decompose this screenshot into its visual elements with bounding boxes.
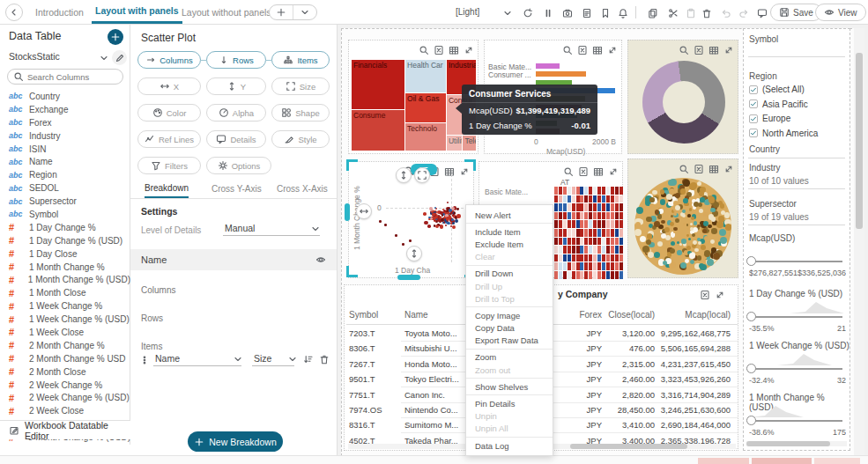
heatmap-cell[interactable] (563, 229, 567, 237)
theme-selector[interactable]: [Light] (456, 7, 479, 17)
scatter-point[interactable] (384, 224, 387, 226)
items-shelf-button[interactable]: Items (271, 51, 330, 69)
heatmap-cell[interactable] (619, 229, 623, 237)
table-cell[interactable]: 28,450.00 (606, 405, 655, 415)
table-cell[interactable]: 7751.T (349, 390, 402, 400)
heatmap-cell[interactable] (576, 262, 580, 270)
heatmap-cells[interactable] (554, 187, 623, 278)
heatmap-cell[interactable] (572, 203, 575, 211)
heatmap-cell[interactable] (572, 238, 575, 246)
heatmap-cell[interactable] (572, 212, 575, 220)
heatmap-cell[interactable] (606, 262, 610, 270)
bubble-point[interactable] (670, 248, 675, 254)
back-button[interactable] (5, 4, 23, 21)
bubble-point[interactable] (689, 208, 693, 211)
table-cell[interactable]: Nintendo Co... (404, 405, 464, 415)
treemap-panel[interactable]: FinancialsConsumeHealth CarOil & GasTech… (348, 40, 479, 154)
heatmap-cell[interactable] (597, 271, 601, 279)
table-cell[interactable]: 2,315.00 (606, 359, 655, 369)
menu-item-data-log[interactable]: Data Log (466, 439, 553, 452)
heatmap-cell[interactable] (580, 246, 583, 254)
checkbox[interactable] (749, 85, 758, 94)
heatmap-cell[interactable] (563, 203, 567, 211)
heatmap-cell[interactable] (580, 195, 583, 203)
bubble-point[interactable] (666, 194, 672, 200)
selection-handle-left[interactable] (345, 203, 350, 221)
region-option-europe[interactable]: Europe (749, 114, 790, 123)
selection-corner[interactable] (464, 159, 476, 171)
bubble-point[interactable] (671, 233, 675, 238)
bubble-point[interactable] (647, 233, 652, 239)
supersector-filter-label[interactable]: Supersector (749, 199, 797, 209)
heatmap-cell[interactable] (584, 203, 588, 211)
x-axis-button[interactable]: X (137, 77, 201, 95)
bubble-point[interactable] (710, 208, 715, 212)
table-view-icon[interactable] (448, 44, 459, 55)
treemap-cell[interactable]: Technolo (405, 123, 446, 151)
table-cell[interactable]: JPY (556, 451, 602, 452)
zoom-icon[interactable] (562, 166, 574, 177)
heatmap-cell[interactable] (572, 246, 575, 254)
heatmap-cell[interactable] (611, 203, 614, 211)
search-columns-input[interactable] (27, 72, 111, 82)
bubble-point[interactable] (694, 248, 699, 253)
bubble-point[interactable] (670, 222, 674, 226)
bar[interactable] (536, 71, 586, 77)
bubble-point[interactable] (690, 223, 693, 225)
table-cell[interactable]: 476.00 (606, 343, 655, 353)
heatmap-cell[interactable] (559, 220, 562, 228)
bubble-point[interactable] (691, 217, 694, 220)
heatmap-cell[interactable] (619, 220, 623, 228)
heatmap-cell[interactable] (611, 195, 614, 203)
bubble-point[interactable] (649, 197, 655, 203)
heatmap-cell[interactable] (568, 203, 571, 211)
datatable-column[interactable]: abcCountry (0, 90, 130, 103)
heatmap-cell[interactable] (580, 262, 583, 270)
heatmap-cell[interactable] (602, 229, 605, 237)
lod-dropdown-icon[interactable] (310, 224, 321, 234)
heatmap-cell[interactable] (597, 254, 601, 262)
tab-layout-without-panels[interactable]: Layout without panels (178, 0, 275, 24)
table-cell[interactable]: Canon Inc. (404, 390, 464, 400)
menu-item-exclude-item[interactable]: Exclude Item (466, 238, 553, 250)
table-cell[interactable]: 7974.OS (349, 405, 402, 415)
heatmap-cell[interactable] (606, 254, 610, 262)
datatable-column[interactable]: #2 Month Change % USD (0, 352, 130, 365)
heatmap-cell[interactable] (584, 220, 588, 228)
menu-item-zoom[interactable]: Zoom (466, 351, 553, 364)
heatmap-cell[interactable] (606, 195, 610, 203)
heatmap-cell[interactable] (563, 271, 567, 279)
scatter-point[interactable] (452, 222, 456, 225)
breakdown-name-band[interactable]: Name (130, 249, 337, 270)
table-cell[interactable]: 3,316,714,904,289 (657, 390, 731, 400)
bubble-point[interactable] (683, 223, 686, 225)
table-header-forex[interactable]: Forex (556, 310, 602, 320)
table-view-icon[interactable] (592, 166, 604, 177)
heatmap-cell[interactable] (615, 262, 619, 270)
treemap-cell[interactable]: Financials (352, 60, 404, 109)
heatmap-cell[interactable] (584, 195, 588, 203)
datatable-column[interactable]: #1 Day Close (0, 247, 130, 261)
bubble-point[interactable] (657, 214, 663, 219)
heatmap-cell[interactable] (568, 195, 571, 203)
heatmap-cell[interactable] (615, 229, 619, 237)
heatmap-cell[interactable] (593, 195, 597, 203)
bubble-point[interactable] (681, 239, 686, 244)
heatmap-cell[interactable] (619, 271, 623, 279)
item-field-dropdown-icon[interactable] (233, 354, 243, 365)
source-dropdown-icon[interactable] (99, 53, 109, 63)
heatmap-cell[interactable] (554, 254, 558, 262)
datatable-column[interactable]: #1 Week Change % (0, 299, 130, 313)
move-vertical-control-bottom[interactable] (406, 246, 422, 261)
heatmap-cell[interactable] (602, 187, 605, 195)
heatmap-cell[interactable] (563, 220, 567, 228)
bubble-point[interactable] (688, 238, 691, 240)
datatable-column[interactable]: abcForex (0, 116, 130, 129)
bubble-point[interactable] (661, 220, 665, 225)
save-button[interactable]: Save (770, 4, 822, 21)
bubble-point[interactable] (655, 210, 660, 215)
heatmap-cell[interactable] (572, 220, 575, 228)
heatmap-cell[interactable] (611, 271, 614, 279)
treemap-cell[interactable]: Oil & Gas (405, 93, 446, 122)
country-filter-label[interactable]: Country (749, 144, 780, 154)
